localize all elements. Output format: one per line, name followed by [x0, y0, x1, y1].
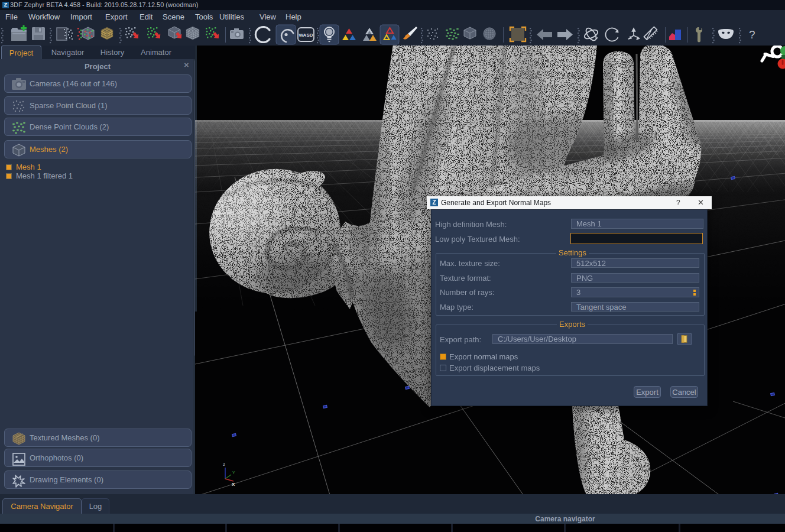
svg-text:X: X: [232, 482, 235, 487]
svg-text:Y: Y: [232, 471, 235, 475]
svg-text:WASD: WASD: [299, 33, 313, 38]
svg-text:?: ?: [749, 28, 755, 41]
svg-text:z: z: [223, 462, 225, 467]
